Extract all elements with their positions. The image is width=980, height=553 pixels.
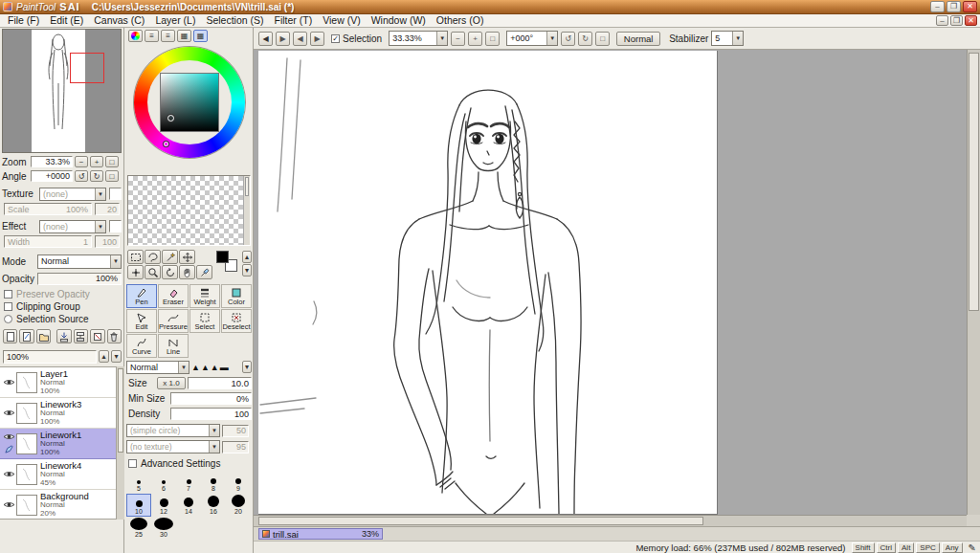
texture-dropdown[interactable]: (none)▼ (39, 188, 106, 201)
menu-item-others[interactable]: Others (O) (432, 14, 489, 27)
undo-icon[interactable]: ◀ (293, 32, 307, 46)
layer-list-scrollbar[interactable] (116, 366, 124, 520)
foreground-color-swatch[interactable] (216, 251, 229, 263)
layer-visibility-eye-icon[interactable] (3, 408, 15, 419)
hue-ring-marker[interactable] (164, 142, 168, 146)
zoom-tool-icon[interactable] (145, 265, 161, 279)
layer-visibility-eye-icon[interactable] (3, 499, 15, 511)
rotate-ccw-icon[interactable]: ↺ (75, 170, 88, 182)
brush-shape-dropdown[interactable]: (simple circle)▼ (126, 424, 220, 437)
layer-row-linework4[interactable]: Linework4Normal45% (0, 459, 116, 490)
zoom-out-icon[interactable]: − (75, 156, 88, 167)
navigator-angle-value[interactable]: +0000 (31, 170, 73, 182)
min-size-value[interactable]: 0% (170, 392, 252, 405)
layer-opacity-slider[interactable]: 100% (37, 273, 122, 285)
layer-visibility-eye-icon[interactable] (3, 431, 15, 443)
maximize-button[interactable]: ❐ (947, 1, 961, 12)
view-angle-reset-icon[interactable]: □ (595, 32, 610, 46)
scrollbar-thumb[interactable] (258, 517, 703, 525)
layer-visibility-eye-icon[interactable] (3, 469, 15, 480)
color-stepper-up-icon[interactable]: ▴ (242, 251, 252, 263)
rotate-cw-icon[interactable]: ↻ (90, 170, 103, 182)
density-value[interactable]: 100 (170, 408, 252, 420)
effect-dropdown[interactable]: (none)▼ (39, 220, 106, 233)
scratchpad-tab-icon[interactable]: ▦ (193, 30, 208, 42)
new-layer-set-icon[interactable] (36, 329, 51, 343)
close-button[interactable]: ✕ (963, 1, 977, 12)
transfer-down-icon[interactable] (56, 329, 71, 343)
new-linework-layer-icon[interactable] (19, 329, 33, 343)
scrollbar-thumb[interactable] (118, 368, 123, 453)
menu-item-selection[interactable]: Selection (S) (201, 14, 268, 27)
redo-icon[interactable]: ▶ (310, 32, 324, 46)
saturation-value-square[interactable] (160, 73, 219, 132)
selection-next-icon[interactable]: ▶ (276, 32, 290, 46)
brush-size-9[interactable]: 9 (226, 471, 251, 494)
delete-layer-trash-icon[interactable] (107, 329, 122, 343)
layer-lock-icon[interactable]: ▴ (99, 350, 109, 363)
mdi-minimize-button[interactable]: – (936, 15, 948, 26)
layer-row-linework3[interactable]: Linework3Normal100% (0, 398, 116, 429)
texture-scale-num[interactable]: 20 (95, 203, 120, 215)
clipping-group-checkbox[interactable] (4, 302, 12, 311)
selection-prev-icon[interactable]: ◀ (258, 32, 273, 46)
clear-layer-icon[interactable] (90, 329, 104, 343)
lasso-tool-icon[interactable] (145, 250, 161, 264)
scrollbar-thumb[interactable] (969, 53, 979, 311)
scratchpad-scrollbar[interactable] (243, 176, 250, 245)
swatches-tab-icon[interactable]: ▦ (177, 30, 191, 42)
navigator-viewport-rect[interactable] (70, 53, 104, 83)
mdi-restore-button[interactable]: ❐ (950, 15, 963, 26)
merge-down-icon[interactable] (74, 329, 88, 343)
view-rotate-ccw-icon[interactable]: ↺ (561, 32, 575, 46)
document-tab[interactable]: trill.sai 33% (258, 528, 383, 540)
brush-size-30[interactable]: 30 (151, 517, 176, 540)
hand-tool-icon[interactable] (179, 265, 195, 279)
layer-mode-dropdown[interactable]: Normal▼ (37, 254, 122, 269)
preserve-opacity-checkbox[interactable] (4, 290, 12, 299)
hsv-sliders-tab-icon[interactable]: ≡ (161, 30, 175, 42)
eyedropper-tool-icon[interactable] (196, 265, 212, 279)
brush-tip-more-icon[interactable]: ▾ (242, 361, 252, 373)
effect-width-num[interactable]: 100 (95, 235, 120, 248)
size-unit-button[interactable]: x 1.0 (157, 377, 186, 389)
zoom-reset-icon[interactable]: □ (105, 156, 119, 167)
brush-shape-num[interactable]: 50 (222, 425, 249, 437)
canvas[interactable] (258, 51, 718, 515)
color-wheel-tab-icon[interactable] (128, 30, 143, 42)
menu-item-canvas[interactable]: Canvas (C) (89, 14, 149, 27)
marquee-tool-icon[interactable] (127, 250, 144, 264)
selection-checkbox[interactable]: ✓ (331, 34, 340, 43)
mdi-close-button[interactable]: ✕ (965, 15, 977, 26)
tool-slot-deselect[interactable]: Deselect (221, 309, 252, 333)
horizontal-scrollbar[interactable] (254, 515, 967, 526)
brush-size-8[interactable]: 8 (201, 471, 226, 494)
angle-reset-icon[interactable]: □ (105, 170, 119, 182)
view-angle-dropdown[interactable]: +000°▼ (506, 31, 558, 46)
view-zoom-reset-icon[interactable]: □ (485, 32, 500, 46)
tool-slot-color[interactable]: Color (221, 284, 252, 308)
navigator[interactable] (2, 29, 122, 153)
rgb-sliders-tab-icon[interactable]: ≡ (145, 30, 159, 42)
brush-size-25[interactable]: 25 (126, 517, 151, 540)
view-zoom-dropdown[interactable]: 33.33%▼ (389, 31, 448, 46)
view-rotate-cw-icon[interactable]: ↻ (578, 32, 592, 46)
brush-tip-shapes-icon[interactable]: ▲▲▲▬ (191, 363, 230, 372)
tool-slot-select[interactable]: Select (189, 309, 220, 333)
minimize-button[interactable]: – (930, 1, 945, 12)
menu-item-edit[interactable]: Edit (E) (45, 14, 88, 27)
zoom-in-icon[interactable]: + (90, 156, 103, 167)
advanced-settings-checkbox[interactable] (128, 459, 137, 468)
brush-size-16[interactable]: 16 (201, 494, 226, 517)
tool-slot-edit[interactable]: Edit (126, 309, 157, 333)
brush-size-6[interactable]: 6 (151, 471, 176, 494)
menu-item-window[interactable]: Window (W) (367, 14, 431, 27)
selection-source-radio[interactable] (4, 315, 12, 323)
quick-opacity-slider[interactable]: 100% (3, 350, 97, 364)
brush-size-7[interactable]: 7 (176, 471, 201, 494)
brush-size-12[interactable]: 12 (151, 494, 176, 517)
view-zoom-out-icon[interactable]: − (451, 32, 465, 46)
brush-size-14[interactable]: 14 (176, 494, 201, 517)
menu-item-layer[interactable]: Layer (L) (150, 14, 200, 27)
tool-slot-curve[interactable]: Curve (126, 334, 157, 358)
